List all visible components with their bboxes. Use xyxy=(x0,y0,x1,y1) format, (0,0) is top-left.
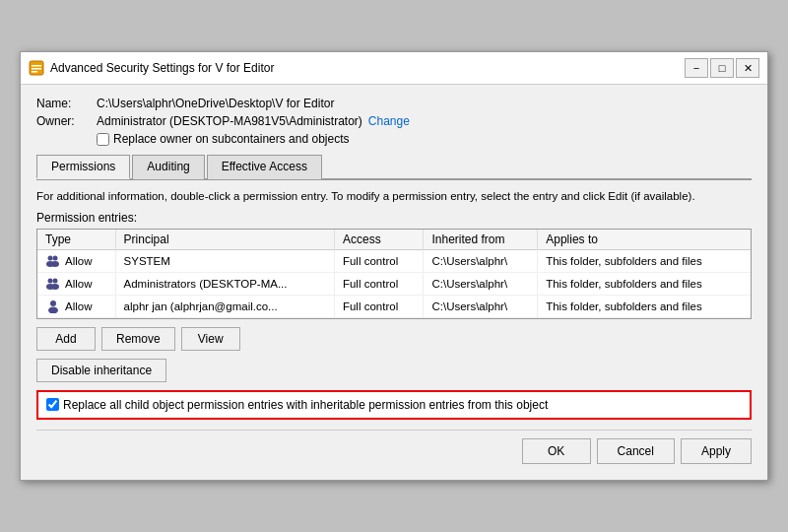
svg-point-12 xyxy=(50,300,56,306)
tab-permissions[interactable]: Permissions xyxy=(36,155,130,179)
window-title: Advanced Security Settings for V for Edi… xyxy=(50,61,274,75)
table-row[interactable]: Allow SYSTEM Full control C:\Users\alphr… xyxy=(37,249,751,272)
svg-point-5 xyxy=(53,255,58,260)
svg-point-8 xyxy=(48,278,53,283)
replace-owner-label[interactable]: Replace owner on subcontainers and objec… xyxy=(113,132,349,146)
row3-applies: This folder, subfolders and files xyxy=(538,295,751,317)
row1-principal: SYSTEM xyxy=(115,249,334,272)
tab-effective-access[interactable]: Effective Access xyxy=(207,155,322,179)
replace-owner-row: Replace owner on subcontainers and objec… xyxy=(97,132,752,146)
row3-principal: alphr jan (alphrjan@gmail.co... xyxy=(115,295,334,317)
svg-point-13 xyxy=(48,306,58,313)
svg-point-7 xyxy=(51,261,59,267)
replace-owner-checkbox[interactable] xyxy=(97,133,109,146)
replace-permissions-row: Replace all child object permission entr… xyxy=(36,390,752,420)
title-bar-buttons: − □ ✕ xyxy=(685,58,759,78)
svg-rect-1 xyxy=(32,65,41,67)
row1-applies: This folder, subfolders and files xyxy=(538,249,751,272)
row2-applies: This folder, subfolders and files xyxy=(538,272,751,295)
row3-type: Allow xyxy=(37,295,115,317)
svg-point-9 xyxy=(53,278,58,283)
change-link[interactable]: Change xyxy=(368,114,410,128)
tab-bar: Permissions Auditing Effective Access xyxy=(36,154,752,180)
title-bar: Advanced Security Settings for V for Edi… xyxy=(21,52,767,85)
remove-button[interactable]: Remove xyxy=(101,327,175,351)
group-user-icon xyxy=(45,276,61,292)
col-applies: Applies to xyxy=(538,230,751,250)
table-header-row: Type Principal Access Inherited from App… xyxy=(37,230,751,250)
col-principal: Principal xyxy=(115,230,334,250)
row3-access: Full control xyxy=(334,295,424,317)
tab-auditing[interactable]: Auditing xyxy=(132,155,204,179)
svg-rect-2 xyxy=(32,68,41,70)
info-text: For additional information, double-click… xyxy=(36,188,752,204)
cancel-button[interactable]: Cancel xyxy=(597,438,675,464)
row1-type: Allow xyxy=(37,249,115,272)
row2-principal: Administrators (DESKTOP-MA... xyxy=(115,272,334,295)
row1-inherited: C:\Users\alphr\ xyxy=(424,249,538,272)
owner-label: Owner: xyxy=(36,114,91,128)
title-bar-left: Advanced Security Settings for V for Edi… xyxy=(29,60,274,76)
owner-row: Owner: Administrator (DESKTOP-MA981V5\Ad… xyxy=(36,114,752,128)
row1-access: Full control xyxy=(334,249,424,272)
permissions-tbody: Allow SYSTEM Full control C:\Users\alphr… xyxy=(37,249,751,317)
row2-access: Full control xyxy=(334,272,424,295)
row3-inherited: C:\Users\alphr\ xyxy=(424,295,538,317)
svg-point-11 xyxy=(51,284,59,290)
replace-permissions-label[interactable]: Replace all child object permission entr… xyxy=(63,398,548,412)
col-access: Access xyxy=(334,230,424,250)
disable-inheritance-row: Disable inheritance xyxy=(36,359,752,382)
add-button[interactable]: Add xyxy=(36,327,96,351)
action-buttons-row: Add Remove View xyxy=(36,327,752,351)
row2-type: Allow xyxy=(37,272,115,295)
col-type: Type xyxy=(37,230,115,250)
table-row[interactable]: Allow Administrators (DESKTOP-MA... Full… xyxy=(37,272,751,295)
window-icon xyxy=(29,60,44,76)
svg-point-4 xyxy=(48,255,53,260)
replace-permissions-checkbox[interactable] xyxy=(46,398,59,411)
permission-entries-label: Permission entries: xyxy=(36,211,752,225)
name-row: Name: C:\Users\alphr\OneDrive\Desktop\V … xyxy=(36,97,752,110)
svg-rect-3 xyxy=(32,71,37,73)
owner-value: Administrator (DESKTOP-MA981V5\Administr… xyxy=(97,114,362,128)
permissions-table: Type Principal Access Inherited from App… xyxy=(37,230,751,318)
view-button[interactable]: View xyxy=(181,327,240,351)
main-window: Advanced Security Settings for V for Edi… xyxy=(20,51,768,480)
minimize-button[interactable]: − xyxy=(685,58,708,78)
col-inherited: Inherited from xyxy=(424,230,538,250)
name-value: C:\Users\alphr\OneDrive\Desktop\V for Ed… xyxy=(97,97,334,110)
dialog-content: Name: C:\Users\alphr\OneDrive\Desktop\V … xyxy=(21,85,767,479)
single-user-icon xyxy=(45,299,61,314)
table-row[interactable]: Allow alphr jan (alphrjan@gmail.co... Fu… xyxy=(37,295,751,317)
name-label: Name: xyxy=(36,97,91,110)
close-button[interactable]: ✕ xyxy=(736,58,759,78)
group-user-icon xyxy=(45,253,61,269)
disable-inheritance-button[interactable]: Disable inheritance xyxy=(36,359,166,382)
maximize-button[interactable]: □ xyxy=(710,58,734,78)
ok-button[interactable]: OK xyxy=(522,438,591,464)
apply-button[interactable]: Apply xyxy=(681,438,752,464)
permissions-table-container: Type Principal Access Inherited from App… xyxy=(36,229,752,319)
row2-inherited: C:\Users\alphr\ xyxy=(424,272,538,295)
bottom-buttons-row: OK Cancel Apply xyxy=(36,430,752,468)
